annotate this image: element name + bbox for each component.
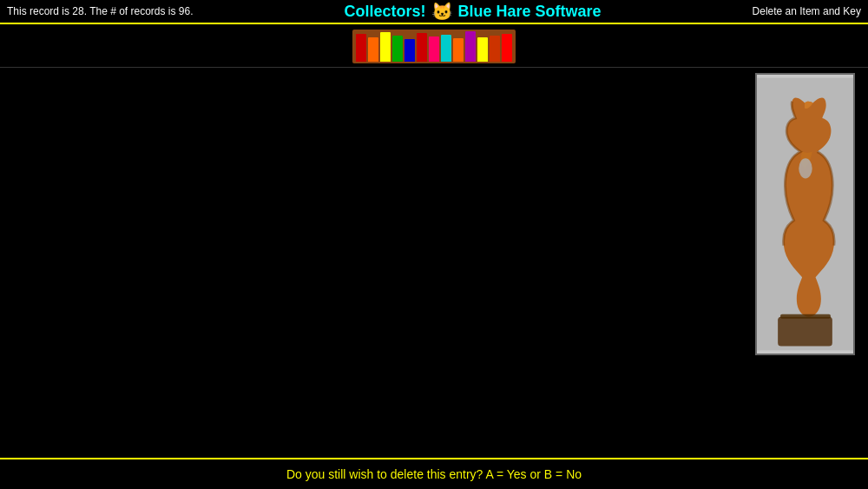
book bbox=[429, 36, 439, 62]
image-area bbox=[751, 73, 859, 456]
app-title: Collectors! 🐱 Blue Hare Software bbox=[345, 1, 602, 22]
sculpture-image bbox=[755, 73, 855, 355]
svg-rect-3 bbox=[780, 314, 831, 319]
cat-icon: 🐱 bbox=[431, 1, 453, 22]
bookshelf-area bbox=[0, 24, 868, 68]
main-content bbox=[0, 68, 868, 461]
delete-action[interactable]: Delete an Item and Key bbox=[753, 5, 861, 17]
book bbox=[417, 33, 427, 62]
header: This record is 28. The # of records is 9… bbox=[0, 0, 868, 24]
footer-text: Do you still wish to delete this entry? … bbox=[286, 467, 582, 481]
book bbox=[441, 35, 451, 62]
bookshelf bbox=[352, 30, 516, 63]
book bbox=[465, 31, 476, 62]
svg-rect-1 bbox=[778, 317, 832, 347]
book bbox=[368, 37, 378, 62]
book bbox=[477, 37, 488, 62]
subtitle-text: Blue Hare Software bbox=[458, 3, 602, 21]
record-info: This record is 28. The # of records is 9… bbox=[7, 5, 194, 17]
book bbox=[502, 34, 512, 62]
book bbox=[490, 36, 500, 62]
book bbox=[453, 38, 464, 62]
footer: Do you still wish to delete this entry? … bbox=[0, 458, 868, 489]
book bbox=[392, 36, 403, 62]
fields-list bbox=[9, 73, 742, 456]
book bbox=[404, 39, 415, 62]
book bbox=[356, 34, 366, 62]
title-text: Collectors! bbox=[345, 3, 426, 21]
svg-point-2 bbox=[799, 158, 812, 178]
book bbox=[380, 32, 391, 62]
